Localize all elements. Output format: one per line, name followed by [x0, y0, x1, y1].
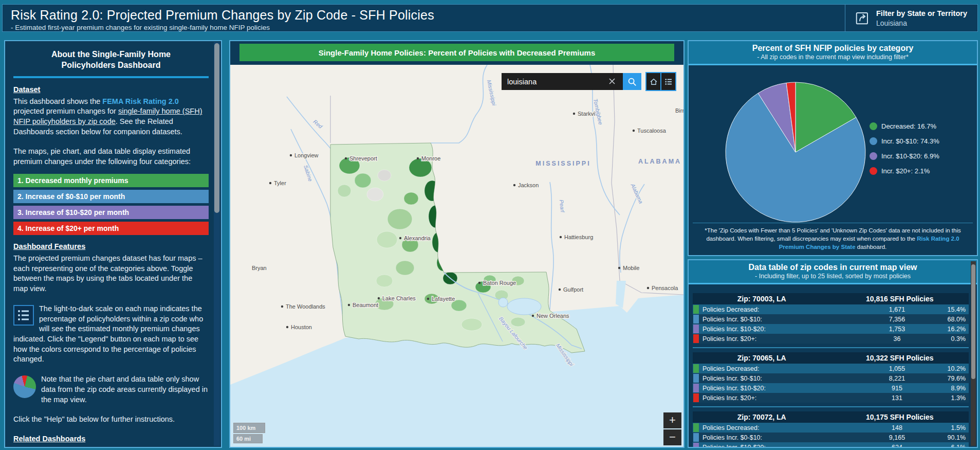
zip-total-policies: 10,322 SFH Policies: [831, 352, 969, 364]
clear-search-icon[interactable]: [607, 77, 617, 86]
row-swatch: [693, 325, 699, 333]
table-row: Policies Decreased:1,67115.4%: [693, 304, 969, 314]
city-label: Alexandria: [404, 235, 431, 241]
zip-code: Zip: 70072, LA: [693, 411, 831, 423]
table-row: Policies Incr. $10-$20:1,75316.2%: [693, 324, 969, 334]
city-dot: [290, 154, 292, 156]
fema-risk-rating-link[interactable]: FEMA Risk Rating 2.0: [102, 97, 179, 105]
filter-label: Filter by State or Territory: [876, 9, 967, 17]
city-label: Gulfport: [563, 286, 583, 293]
row-label: Policies Incr. $20+:: [702, 394, 862, 402]
sidebar-title-rule: [13, 76, 209, 78]
category-bar-4: 4. Increase of $20+ per month: [13, 222, 209, 235]
city-dot: [647, 287, 649, 289]
legend-item: Incr. $0-$10: 74.3%: [870, 137, 939, 145]
table-row: Policies Incr. $0-$10:8,22179.6%: [693, 373, 969, 383]
row-percent: 90.1%: [932, 434, 969, 441]
row-count: 9,165: [862, 434, 932, 441]
city-label: Baton Rouge: [483, 280, 516, 286]
city-label: Birm: [675, 107, 683, 114]
legend-item: Incr. $20+: 2.1%: [870, 167, 939, 175]
row-count: 1,671: [862, 306, 932, 313]
zip-code: Zip: 70003, LA: [693, 293, 831, 304]
city-label: New Orleans: [537, 313, 569, 319]
row-percent: 79.6%: [932, 375, 969, 382]
row-label: Policies Incr. $10-$20:: [702, 385, 862, 392]
city-dot: [399, 237, 401, 239]
table-panel-title: Data table of zip codes in current map v…: [693, 263, 973, 272]
related-link-zip[interactable]: All NFIP Policies Premium Changes by Zip…: [13, 446, 209, 447]
row-label: Policies Incr. $0-$10:: [702, 375, 862, 382]
row-label: Policies Incr. $0-$10:: [702, 434, 862, 441]
city-label: Lake Charles: [382, 295, 416, 301]
row-percent: 10.2%: [932, 365, 969, 372]
filter-value: Louisiana: [876, 19, 967, 27]
row-count: 8,221: [862, 375, 932, 382]
sidebar-scrollbar[interactable]: [214, 42, 220, 446]
row-swatch: [693, 305, 699, 314]
row-label: Policies Incr. $10-$20:: [702, 326, 862, 333]
city-dot: [269, 182, 271, 184]
legend-swatch: [870, 122, 877, 130]
search-icon: [627, 77, 637, 87]
table-scrollbar[interactable]: [971, 261, 976, 446]
state-label: ALABAMA: [638, 158, 681, 165]
table-row: Policies Incr. $0-$10:9,16590.1%: [693, 433, 969, 442]
zip-code: Zip: 70065, LA: [693, 352, 831, 364]
table-row: Policies Decreased:1,05510.2%: [693, 364, 969, 373]
legend-item: Decreased: 16.7%: [870, 122, 939, 130]
category-bar-3: 3. Increase of $10-$20 per month: [13, 206, 209, 219]
row-count: 148: [862, 424, 932, 431]
city-dot: [559, 289, 561, 291]
search-button[interactable]: [623, 73, 641, 90]
row-count: 624: [862, 444, 932, 448]
pie-panel-subtitle: - All zip codes in the current map view …: [693, 53, 973, 61]
row-percent: 16.2%: [932, 326, 969, 333]
pie-chart[interactable]: [724, 80, 867, 224]
legend-button[interactable]: [661, 73, 675, 90]
pie-panel-title: Percent of SFH NFIP policies by category: [693, 44, 973, 53]
zoom-out-button[interactable]: −: [663, 429, 681, 445]
category-bars: 1. Decreased monthly premiums2. Increase…: [13, 174, 209, 235]
row-percent: 6.1%: [932, 444, 969, 448]
row-swatch: [693, 364, 699, 373]
help-note: Click the "Help" tab below for further i…: [13, 415, 209, 425]
city-dot: [281, 305, 283, 308]
city-dot: [286, 326, 288, 328]
zip-total-policies: 10,175 SFH Policies: [831, 411, 969, 423]
sidebar-scrollbar-thumb[interactable]: [214, 43, 219, 213]
table-row: Policies Incr. $10-$20:9158.9%: [693, 383, 969, 393]
map-panel: Single-Family Home Policies: Percent of …: [229, 40, 685, 448]
table-scrollbar-thumb[interactable]: [971, 264, 975, 379]
home-extent-button[interactable]: [646, 73, 660, 90]
row-swatch: [693, 423, 699, 432]
legend-swatch: [870, 137, 877, 145]
dataset-paragraph: This dashboard shows the FEMA Risk Ratin…: [13, 97, 209, 137]
category-bar-1: 1. Decreased monthly premiums: [13, 174, 209, 187]
search-input[interactable]: [502, 73, 623, 90]
city-label: Tuscaloosa: [637, 128, 667, 134]
row-percent: 1.5%: [932, 424, 969, 431]
city-label: Houston: [291, 324, 312, 330]
state-filter[interactable]: Filter by State or Territory Louisiana: [845, 5, 977, 31]
map-tool-buttons: [645, 72, 676, 91]
zip-block: Zip: 70072, LA10,175 SFH PoliciesPolicie…: [693, 406, 969, 448]
city-dot: [478, 282, 480, 284]
zoom-controls: + −: [663, 412, 681, 445]
city-dot: [633, 130, 635, 132]
map-canvas[interactable]: ShreveportMonroeAlexandriaBaton RougeLaf…: [230, 65, 683, 447]
pie-legend: Decreased: 16.7%Incr. $0-$10: 74.3%Incr.…: [870, 122, 939, 182]
page-subtitle: - Estimated first-year premium changes f…: [11, 24, 845, 31]
apply-filter-icon: [855, 10, 870, 26]
row-label: Policies Decreased:: [702, 306, 862, 313]
city-dot: [345, 157, 347, 159]
legend-item: Incr. $10-$20: 6.9%: [870, 152, 939, 160]
zoom-in-button[interactable]: +: [663, 412, 681, 428]
legend-label: Incr. $20+: 2.1%: [881, 167, 930, 175]
row-percent: 8.9%: [932, 385, 969, 392]
about-sidebar: About the Single-Family Home Policyholde…: [4, 40, 222, 448]
table-row: Policies Incr. $0-$10:7,35668.0%: [693, 314, 969, 324]
table-row: Policies Incr. $10-$20:6246.1%: [693, 442, 969, 448]
pie-panel-header: Percent of SFH NFIP policies by category…: [689, 41, 977, 65]
categories-intro: The maps, pie chart, and data table disp…: [13, 147, 209, 167]
